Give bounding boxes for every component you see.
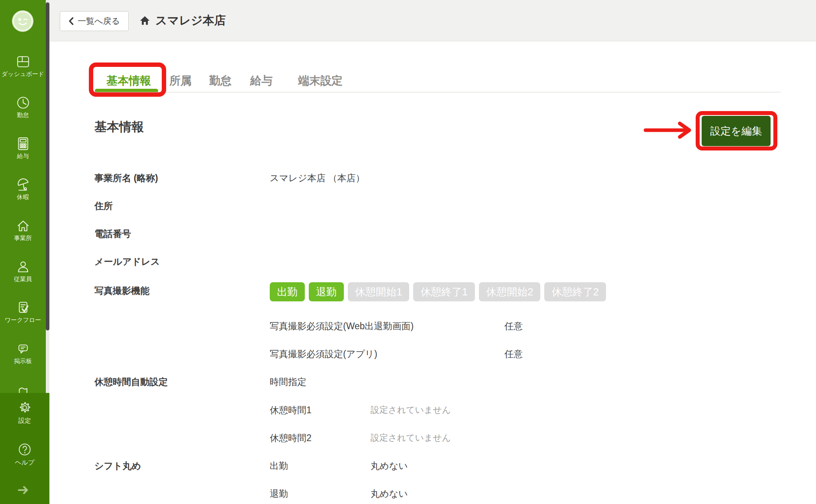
speech-bubble-icon <box>16 342 30 356</box>
sidebar-item-label: ヘルプ <box>15 459 34 466</box>
sidebar-item-board[interactable]: 掲示板 <box>0 336 46 377</box>
dashboard-icon <box>16 55 30 69</box>
home-icon <box>16 219 30 233</box>
field-label-photo-required-app: 写真撮影必須設定(アプリ) <box>270 348 377 360</box>
field-label-photo-required-web: 写真撮影必須設定(Web出退勤画面) <box>270 320 414 332</box>
person-icon <box>16 260 30 274</box>
field-value-shift-round-out: 丸めない <box>371 488 408 500</box>
back-to-list-button[interactable]: 一覧へ戻る <box>60 11 129 31</box>
field-value-photo-required-web: 任意 <box>504 320 523 332</box>
badge-break-start-2: 休憩開始2 <box>479 282 540 301</box>
field-label-shift-round-out: 退勤 <box>270 488 288 500</box>
workflow-icon <box>16 301 30 315</box>
badge-break-end-1: 休憩終了1 <box>413 282 475 301</box>
collapse-arrow-icon[interactable] <box>18 485 29 495</box>
sidebar-item-attendance[interactable]: 勤怠 <box>0 90 46 131</box>
field-label-phone: 電話番号 <box>94 228 131 240</box>
avatar <box>12 10 34 32</box>
help-icon <box>18 442 32 457</box>
tab-attendance[interactable]: 勤怠 <box>209 73 231 88</box>
sidebar-scrollbar-thumb[interactable] <box>46 2 49 330</box>
tab-terminal-settings[interactable]: 端末設定 <box>298 73 343 88</box>
field-label-email: メールアドレス <box>94 256 160 268</box>
field-value-shift-round-in: 丸めない <box>371 460 408 472</box>
page-title: スマレジ本店 <box>139 0 226 41</box>
section-heading: 基本情報 <box>94 119 144 135</box>
sidebar-item-label: ワークフロー <box>0 316 46 324</box>
badge-clock-out: 退勤 <box>309 282 344 301</box>
gear-icon <box>18 400 32 415</box>
calculator-icon <box>16 137 30 151</box>
sidebar-item-payroll[interactable]: 給与 <box>0 131 46 172</box>
flag-icon <box>16 383 30 393</box>
chevron-left-icon <box>69 17 74 25</box>
tab-affiliation[interactable]: 所属 <box>169 73 192 88</box>
sidebar-item-label: 休暇 <box>0 193 46 201</box>
sidebar-footer: 設定 ヘルプ <box>0 393 49 504</box>
photo-badge-group: 出勤 退勤 休憩開始1 休憩終了1 休憩開始2 休憩終了2 <box>270 282 606 301</box>
sidebar-item-label: 事業所 <box>0 234 46 242</box>
main-content: 一覧へ戻る スマレジ本店 基本情報 所属 勤怠 給与 端末設定 基本情報 設定を… <box>49 0 816 504</box>
sidebar-item-label: 従業員 <box>0 275 46 283</box>
field-label-office-name: 事業所名 (略称) <box>94 172 158 184</box>
home-title-icon <box>139 16 150 25</box>
sidebar-item-help[interactable]: ヘルプ <box>0 442 49 467</box>
clock-icon <box>16 96 30 110</box>
sidebar-item-dashboard[interactable]: ダッシュボード <box>0 49 46 90</box>
sidebar-item-label: 掲示板 <box>0 357 46 365</box>
badge-break-start-1: 休憩開始1 <box>348 282 409 301</box>
sidebar-item-office[interactable]: 事業所 <box>0 213 46 254</box>
sidebar-item-vacation[interactable]: 休暇 <box>0 172 46 213</box>
sidebar-item-settings[interactable]: 設定 <box>0 400 49 425</box>
field-value-photo-required-app: 任意 <box>504 348 523 360</box>
annotation-arrow <box>643 121 697 140</box>
tab-basic-info[interactable]: 基本情報 <box>106 73 151 88</box>
field-label-break-auto: 休憩時間自動設定 <box>94 376 168 388</box>
field-label-break2: 休憩時間2 <box>270 432 312 444</box>
field-value-office-name: スマレジ本店 （本店） <box>270 172 365 184</box>
tab-payroll[interactable]: 給与 <box>250 73 273 88</box>
field-label-shift-round-in: 出勤 <box>270 460 288 472</box>
edit-settings-button[interactable]: 設定を編集 <box>702 116 771 146</box>
field-label-address: 住所 <box>94 200 113 212</box>
back-button-label: 一覧へ戻る <box>78 16 120 27</box>
field-label-shift-round: シフト丸め <box>94 460 141 472</box>
avatar-block[interactable] <box>0 0 46 43</box>
sidebar-item-label: ダッシュボード <box>0 70 46 78</box>
sidebar-item-workflow[interactable]: ワークフロー <box>0 295 46 336</box>
tab-divider <box>95 92 781 92</box>
sidebar-item-label: 勤怠 <box>0 111 46 119</box>
badge-clock-in: 出勤 <box>270 282 305 301</box>
page-title-text: スマレジ本店 <box>155 13 226 29</box>
field-label-photo-feature: 写真撮影機能 <box>94 285 149 297</box>
page-header: 一覧へ戻る スマレジ本店 <box>49 0 816 41</box>
umbrella-icon <box>16 178 30 192</box>
field-value-break2: 設定されていません <box>371 432 451 444</box>
field-value-break-auto: 時間指定 <box>270 376 306 388</box>
sidebar-item-label: 設定 <box>18 417 31 424</box>
sidebar-item-employees[interactable]: 従業員 <box>0 254 46 295</box>
sidebar-item-flag[interactable] <box>0 377 46 393</box>
field-value-break1: 設定されていません <box>371 404 451 416</box>
badge-break-end-2: 休憩終了2 <box>544 282 606 301</box>
sidebar-item-label: 給与 <box>0 152 46 160</box>
field-label-break1: 休憩時間1 <box>270 404 312 416</box>
